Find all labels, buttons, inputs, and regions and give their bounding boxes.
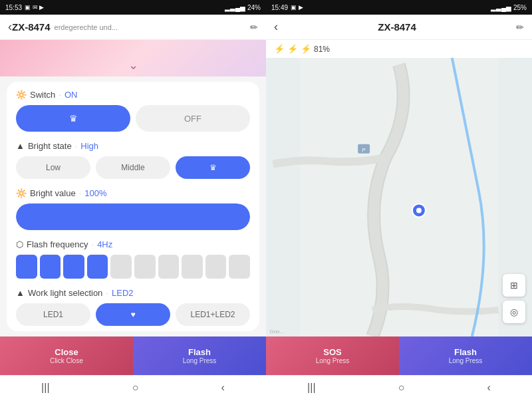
right-nav-home-icon[interactable]: ○	[398, 382, 405, 394]
edit-icon-right[interactable]: ✏	[516, 22, 524, 33]
flash-freq-value: 4Hz	[97, 239, 112, 249]
map-svg: P Goo...	[266, 58, 532, 336]
close-button[interactable]: Close Click Close	[0, 336, 133, 375]
flash-right-sub: Long Press	[449, 357, 483, 364]
flash-left-sub: Long Press	[183, 357, 217, 364]
work-light-label-row: ▲ Work light selection · LED2	[16, 288, 250, 298]
left-battery: 24%	[247, 4, 261, 11]
flash-freq-icon: ⬡	[16, 239, 23, 249]
svg-text:Goo...: Goo...	[269, 329, 284, 334]
left-status-right: ▂▃▄▅ 24%	[225, 4, 261, 11]
freq-seg-9[interactable]	[205, 255, 227, 279]
switch-value: ON	[65, 90, 78, 100]
btn-led1-led2[interactable]: LED1+LED2	[176, 303, 250, 326]
work-light-value: LED2	[112, 288, 134, 298]
close-sub-label: Click Close	[50, 357, 83, 364]
led2-heart-icon: ♥	[130, 310, 135, 319]
left-status-left: 15:53 ▣ ✉ ▶	[5, 4, 44, 11]
bright-state-icon: ▲	[16, 141, 25, 151]
freq-seg-5[interactable]	[110, 255, 132, 279]
svg-text:P: P	[362, 147, 365, 153]
right-time: 15:49	[271, 4, 288, 11]
flash-freq-label-row: ⬡ Flash frequency · 4Hz	[16, 239, 250, 249]
flash-right-label: Flash	[454, 347, 477, 357]
freq-seg-7[interactable]	[158, 255, 180, 279]
bright-state-label-row: ▲ Bright state · High	[16, 141, 250, 151]
svg-point-5	[416, 207, 422, 213]
scroll-down-icon: ⌄	[128, 58, 138, 72]
flash-button-right[interactable]: Flash Long Press	[399, 336, 532, 375]
btn-led1[interactable]: LED1	[16, 303, 90, 326]
freq-seg-8[interactable]	[182, 255, 203, 279]
left-header: ‹ ZX-8474 erdegerechte und... ✏	[0, 15, 266, 40]
battery-row: ⚡ ⚡ ⚡ 81%	[266, 40, 532, 58]
bolt-icon-1: ⚡	[274, 44, 285, 54]
back-icon-right[interactable]: ‹	[274, 20, 278, 34]
btn-high[interactable]: ♛	[176, 156, 250, 179]
sos-sub-label: Long Press	[316, 357, 350, 364]
right-notification-icons: ▣ ▶	[291, 4, 303, 11]
right-nav-back-icon[interactable]: ‹	[487, 382, 491, 394]
map-area: P Goo... ⊞ ◎	[266, 58, 532, 336]
bright-value-icon: 🔆	[16, 188, 27, 198]
right-nav-bar: ||| ○ ‹	[266, 375, 532, 399]
btn-low[interactable]: Low	[16, 156, 90, 179]
close-label: Close	[55, 347, 78, 357]
right-status-left: 15:49 ▣ ▶	[271, 4, 303, 11]
btn-led2[interactable]: ♥	[96, 303, 170, 326]
work-light-icon: ▲	[16, 288, 25, 298]
bright-value-label-row: 🔆 Bright value · 100%	[16, 188, 250, 198]
right-panel: ‹ ZX-8474 ✏ ⚡ ⚡ ⚡ 81%	[266, 15, 532, 399]
freq-seg-6[interactable]	[134, 255, 156, 279]
sos-label: SOS	[323, 347, 341, 357]
right-signal: ▂▃▄▅	[491, 4, 511, 11]
bright-value-pct: 100%	[84, 188, 106, 198]
flash-button-left[interactable]: Flash Long Press	[133, 336, 266, 375]
high-crown-icon: ♛	[209, 163, 217, 172]
map-layers-button[interactable]: ⊞	[503, 274, 525, 297]
right-title: ZX-8474	[378, 21, 416, 33]
nav-back-icon[interactable]: ‹	[221, 382, 225, 394]
map-locate-button[interactable]: ◎	[503, 301, 525, 323]
battery-percentage: 81%	[314, 45, 330, 54]
freq-seg-3[interactable]	[63, 255, 84, 279]
freq-seg-2[interactable]	[40, 255, 61, 279]
on-crown-icon: ♛	[69, 113, 78, 124]
freq-seg-1[interactable]	[16, 255, 37, 279]
flash-left-label: Flash	[188, 347, 211, 357]
left-title: ZX-8474	[12, 21, 51, 33]
bright-state-value: High	[80, 141, 98, 151]
left-nav-bar: ||| ○ ‹	[0, 375, 266, 399]
right-status-right: ▂▃▄▅ 25%	[491, 4, 527, 11]
banner: ⌄	[0, 40, 266, 76]
left-signal: ▂▃▄▅	[225, 4, 245, 11]
control-card: 🔆 Switch · ON ♛ OFF ▲ Bright state · Hig…	[7, 82, 259, 331]
work-light-buttons: LED1 ♥ LED1+LED2	[16, 303, 250, 326]
bright-value-slider[interactable]	[16, 203, 250, 230]
left-bottom-bar: Close Click Close Flash Long Press	[0, 336, 266, 375]
nav-home-icon[interactable]: ○	[132, 382, 139, 394]
sos-button[interactable]: SOS Long Press	[266, 336, 399, 375]
bolt-icon-3: ⚡	[301, 44, 311, 54]
switch-label-row: 🔆 Switch · ON	[16, 90, 250, 100]
layers-icon: ⊞	[510, 280, 518, 291]
right-battery: 25%	[513, 4, 527, 11]
btn-middle[interactable]: Middle	[96, 156, 170, 179]
locate-icon: ◎	[510, 307, 518, 317]
switch-off-button[interactable]: OFF	[136, 105, 250, 132]
slider-fill	[16, 203, 250, 230]
switch-on-button[interactable]: ♛	[16, 105, 130, 132]
freq-seg-4[interactable]	[87, 255, 108, 279]
right-header: ‹ ZX-8474 ✏	[266, 15, 532, 40]
right-bottom-bar: SOS Long Press Flash Long Press	[266, 336, 532, 375]
switch-icon: 🔆	[16, 90, 27, 100]
right-nav-menu-icon[interactable]: |||	[307, 382, 315, 394]
left-time: 15:53	[5, 4, 22, 11]
freq-seg-10[interactable]	[229, 255, 250, 279]
freq-bar[interactable]	[16, 255, 250, 279]
switch-toggle-row: ♛ OFF	[16, 105, 250, 132]
left-subtitle: erdegerechte und...	[55, 23, 250, 31]
nav-menu-icon[interactable]: |||	[41, 382, 49, 394]
edit-icon-left[interactable]: ✏	[250, 22, 258, 33]
bright-state-buttons: Low Middle ♛	[16, 156, 250, 179]
